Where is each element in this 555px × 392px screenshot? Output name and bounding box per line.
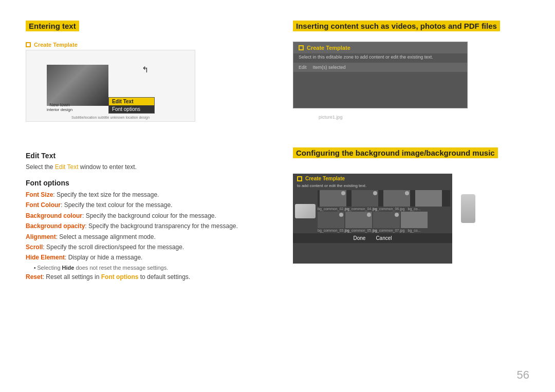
ct-toolbar-right: Edit Item(s) selected xyxy=(293,63,467,72)
edit-text-intro: Select the Edit Text window to enter tex… xyxy=(26,162,262,172)
opt-hide-element: Hide Element: Display or hide a message. xyxy=(26,252,262,263)
page-number: 56 xyxy=(517,368,529,382)
create-template-bar-left: Create Template xyxy=(26,42,262,48)
opt-label-bg-opacity: Background opacity xyxy=(26,222,85,230)
opt-label-font-colour: Font Colour xyxy=(26,201,61,209)
file-label-right: picture1.jpg xyxy=(319,115,529,120)
bg-file-1 xyxy=(320,190,346,207)
ct-subtitle-right: Select in this editable zone to add cont… xyxy=(293,53,467,61)
edit-text-popup-item1: Font options xyxy=(109,105,154,113)
font-options-title: Font options xyxy=(26,179,262,187)
reset-suffix: to default settings. xyxy=(138,273,190,281)
note-bold-hide: Hide xyxy=(62,265,75,271)
screenshot-entering-text: ↰ New town interior design Subtitle/loca… xyxy=(26,50,195,122)
bg-file-5 xyxy=(318,212,344,228)
bg-file-7 xyxy=(373,212,400,228)
screenshot-inserting-content: Create Template Select in this editable … xyxy=(293,42,468,108)
reset-label: Reset xyxy=(26,273,43,281)
opt-label-alignment: Alignment xyxy=(26,233,56,240)
bg-file-label-4: bg_co... xyxy=(401,207,428,211)
opt-font-colour: Font Colour: Specify the text colour for… xyxy=(26,200,262,210)
opt-font-size: Font Size: Specify the text size for the… xyxy=(26,190,262,200)
reset-text: : Reset all settings in xyxy=(43,273,101,281)
bg-file-label-6: bg_common_05.jpg xyxy=(345,229,372,232)
screenshot-configuring-bg: Create Template to add content or edit t… xyxy=(293,174,452,264)
section-inserting-content: Inserting content such as videos, photos… xyxy=(293,21,529,132)
bg-file-8 xyxy=(401,212,428,228)
edit-text-title: Edit Text xyxy=(26,152,262,160)
bg-files-grid xyxy=(318,190,450,207)
bg-subtitle: to add content or edit the existing text… xyxy=(293,183,452,190)
configuring-background-heading: Configuring the background image/backgro… xyxy=(293,147,498,158)
bg-file-6 xyxy=(345,212,372,228)
gray-device-right xyxy=(461,194,475,223)
opt-label-font-size: Font Size xyxy=(26,191,53,198)
toolbar-items-label: Item(s) selected xyxy=(313,65,346,70)
edit-text-popup-title: Edit Text xyxy=(109,98,154,105)
cancel-button[interactable]: Cancel xyxy=(376,235,392,241)
slide-subcaption: Subtitle/location subtitle unknown locat… xyxy=(31,116,190,119)
bg-file-label-3: bg_common_06.jpg xyxy=(373,207,400,211)
cursor-icon: ↰ xyxy=(142,65,149,74)
ct-icon-right xyxy=(299,45,304,50)
bg-file-3 xyxy=(383,190,410,207)
note-hide: Selecting Hide does not reset the messag… xyxy=(34,265,262,271)
opt-alignment: Alignment: Select a message alignment mo… xyxy=(26,232,262,242)
font-options-list: Font Size: Specify the text size for the… xyxy=(26,190,262,263)
ct-icon-bottom xyxy=(297,176,302,181)
bg-file-label-2: bg_common_04.jpg xyxy=(345,207,372,211)
opt-label-scroll: Scroll xyxy=(26,244,43,251)
create-template-label-right: Create Template xyxy=(307,45,350,51)
toolbar-edit-label: Edit xyxy=(299,65,307,70)
create-template-icon xyxy=(26,42,31,47)
create-template-bar-right: Create Template xyxy=(293,42,467,53)
screen-preview xyxy=(47,65,108,106)
bg-done-bar: Done Cancel xyxy=(293,233,452,243)
bg-file-label-1: bg_common_02.jpg xyxy=(318,207,344,211)
section-edit-text-font-options: Edit Text Select the Edit Text window to… xyxy=(26,147,262,281)
bg-file-2 xyxy=(351,190,378,207)
bg-file-label-7: bg_common_07.jpg xyxy=(373,229,400,232)
inserting-content-heading: Inserting content such as videos, photos… xyxy=(293,21,500,31)
opt-label-hide-element: Hide Element xyxy=(26,254,65,261)
section-entering-text: Entering text Create Template ↰ New town… xyxy=(26,21,262,132)
done-button[interactable]: Done xyxy=(353,235,365,241)
slide-caption: New town interior design xyxy=(47,102,72,112)
edit-text-popup: Edit Text Font options xyxy=(108,97,155,114)
create-template-label-left: Create Template xyxy=(34,42,78,48)
bg-file-label-5: bg_common_03.jpg xyxy=(318,229,344,232)
bg-file-4 xyxy=(415,190,442,207)
entering-text-heading: Entering text xyxy=(26,21,79,31)
device-thumb-left xyxy=(295,204,316,218)
opt-bg-colour: Background colour: Specify the backgroun… xyxy=(26,211,262,221)
create-template-bar-bottom: Create Template xyxy=(293,174,452,183)
opt-bg-opacity: Background opacity: Specify the backgrou… xyxy=(26,221,262,231)
section-configuring-background: Configuring the background image/backgro… xyxy=(293,147,529,281)
reset-font-options: Font options xyxy=(101,273,139,281)
opt-label-bg-colour: Background colour xyxy=(26,212,82,219)
reset-line: Reset: Reset all settings in Font option… xyxy=(26,273,262,281)
create-template-label-bottom: Create Template xyxy=(305,176,345,181)
opt-scroll: Scroll: Specify the scroll direction/spe… xyxy=(26,242,262,252)
edit-text-highlight: Edit Text xyxy=(55,163,79,171)
bg-file-label-8: bg_co... xyxy=(401,229,428,232)
